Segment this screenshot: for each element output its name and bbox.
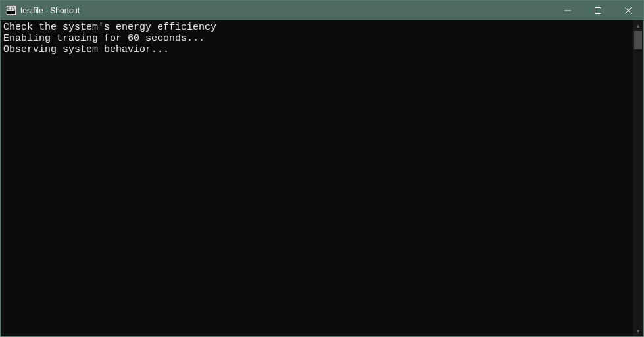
scroll-down-arrow[interactable]: ▼ <box>633 326 643 336</box>
maximize-button[interactable] <box>583 1 613 20</box>
scrollbar-thumb[interactable] <box>634 31 642 49</box>
scrollbar-track[interactable] <box>633 31 643 326</box>
vertical-scrollbar[interactable]: ▲ ▼ <box>633 20 643 336</box>
maximize-icon <box>595 7 601 14</box>
close-button[interactable] <box>613 1 643 20</box>
minimize-icon <box>564 7 571 14</box>
titlebar[interactable]: testfile - Shortcut <box>1 1 643 20</box>
window-title: testfile - Shortcut <box>20 6 80 15</box>
app-window: testfile - Shortcut Check the system's e… <box>0 0 644 337</box>
window-controls <box>553 1 643 20</box>
client-area: Check the system's energy efficiency Ena… <box>1 20 643 336</box>
minimize-button[interactable] <box>553 1 583 20</box>
close-icon <box>625 7 632 14</box>
console-output[interactable]: Check the system's energy efficiency Ena… <box>1 20 633 336</box>
cmd-icon <box>6 5 16 16</box>
scroll-up-arrow[interactable]: ▲ <box>633 20 643 31</box>
svg-rect-1 <box>595 8 601 14</box>
